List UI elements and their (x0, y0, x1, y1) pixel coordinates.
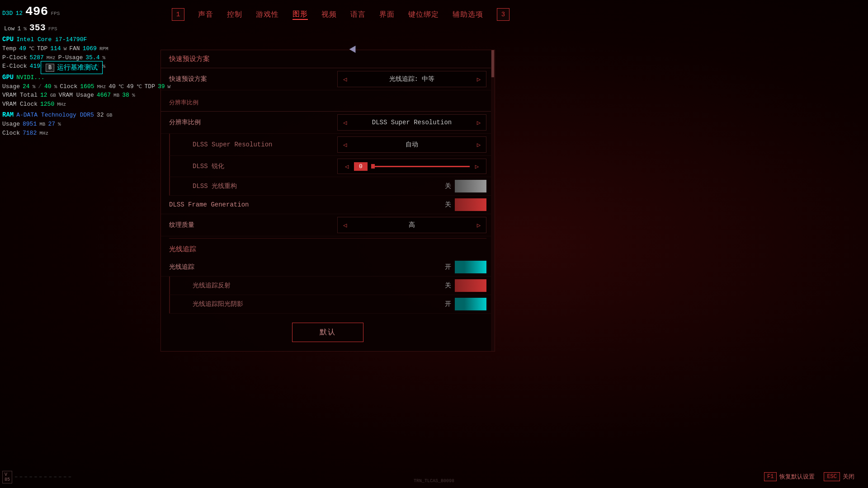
dlss-sharp-next[interactable]: ▷ (470, 159, 484, 174)
hud-fps-value: 496 (25, 2, 48, 21)
dlss-sr-label: DLSS Super Resolution (193, 141, 337, 148)
quick-preset-section-header: 快速预设方案 (161, 50, 495, 68)
hud-low-num: 1 (17, 24, 21, 33)
benchmark-label: 运行基准测试 (57, 63, 98, 72)
quick-preset-row: 快速预设方案 ◁ 光线追踪: 中等 ▷ (161, 68, 495, 90)
hud-gpu-name: NVIDI... (16, 73, 44, 82)
nav-btn-1[interactable]: 1 (172, 8, 184, 21)
resolution-label: 分辨率比例 (169, 118, 337, 127)
hud-low-fps-label: FPS (48, 25, 57, 33)
nav-item-sound[interactable]: 声音 (198, 10, 213, 19)
hud-pclock-label: P-Clock (2, 53, 27, 62)
hud-cpu-label: CPU (2, 35, 14, 44)
f1-key[interactable]: F1 (764, 472, 777, 481)
hud-temp-unit: ℃ (29, 45, 34, 53)
quick-preset-prev[interactable]: ◁ (338, 71, 352, 87)
dlss-sharp-prev[interactable]: ◁ (340, 159, 354, 174)
hud-ram-usage-pct: 27 (48, 120, 55, 129)
hud-vram-clock-val: 1250 (40, 100, 54, 109)
default-btn-container: 默认 (161, 323, 495, 342)
rt-reflect-row: 光线追踪反射 关 (169, 277, 495, 295)
rt-status: 开 (442, 263, 451, 271)
dlss-recon-status: 关 (442, 182, 451, 190)
version-text: V 85 (5, 472, 10, 482)
dlss-fg-toggle-group: 关 (442, 198, 486, 211)
panel-scrollbar[interactable] (491, 50, 495, 351)
dlss-sr-value: 自动 (352, 141, 472, 149)
quick-preset-next[interactable]: ▷ (472, 71, 486, 87)
hud-temp-label: Temp (2, 44, 16, 53)
dlss-sr-row: DLSS Super Resolution ◁ 自动 ▷ (169, 134, 495, 156)
hud-cpu-name: Intel Core i7-14790F (16, 35, 87, 44)
esc-key[interactable]: ESC (824, 472, 840, 481)
hud-ram-clock-val: 7182 (23, 129, 37, 138)
resolution-prev[interactable]: ◁ (338, 115, 352, 130)
hud-clock-val: 1605 (80, 82, 94, 91)
separator (169, 238, 486, 239)
hud-gpu-temp1: 40 (108, 82, 116, 91)
hud-usage-max: 40 (44, 82, 52, 91)
resolution-next[interactable]: ▷ (472, 115, 486, 130)
hud-d3d-num: 12 (15, 9, 23, 18)
dlss-fg-toggle[interactable] (455, 198, 486, 211)
f1-label: 恢复默认设置 (779, 473, 815, 481)
nav-item-keybind[interactable]: 键位绑定 (408, 10, 439, 19)
nav-item-control[interactable]: 控制 (227, 10, 242, 19)
rt-toggle[interactable] (455, 261, 486, 273)
rt-reflect-label: 光线追踪反射 (193, 282, 442, 290)
texture-control[interactable]: ◁ 高 ▷ (337, 217, 486, 233)
rt-reflect-toggle[interactable] (455, 279, 486, 292)
dlss-sharp-track (371, 166, 470, 167)
hud-vram-clock-label: VRAM Clock (2, 100, 38, 109)
texture-next[interactable]: ▷ (472, 217, 486, 233)
restore-default-action: F1 恢复默认设置 (764, 472, 815, 481)
rt-shadow-row: 光线追踪阳光阴影 开 (169, 295, 495, 314)
texture-label: 纹理质量 (169, 221, 337, 229)
rt-shadow-toggle[interactable] (455, 298, 486, 310)
quick-preset-control[interactable]: ◁ 光线追踪: 中等 ▷ (337, 71, 486, 87)
quick-preset-label: 快速预设方案 (169, 75, 337, 83)
dlss-sr-prev[interactable]: ◁ (338, 137, 352, 152)
hud-vram-total-unit: GB (50, 92, 56, 99)
nav-btn-3[interactable]: 3 (497, 8, 509, 21)
hud-ram-usage-val: 8951 (23, 120, 37, 129)
hud-gpu-tdp-label: TDP (145, 82, 155, 91)
nav-item-accessibility[interactable]: 辅助选项 (453, 10, 483, 19)
nav-item-ui[interactable]: 界面 (379, 10, 395, 19)
top-nav: 1 声音 控制 游戏性 图形 视频 语言 界面 键位绑定 辅助选项 3 (172, 8, 850, 21)
nav-item-video[interactable]: 视频 (321, 10, 337, 19)
hud-fan-label: FAN (69, 44, 80, 53)
bottom-bar: F1 恢复默认设置 ESC 关闭 (764, 472, 854, 481)
hud-ram-clock-label: Clock (2, 129, 20, 138)
panel-scrollbar-thumb (491, 50, 494, 77)
version-bar: — — — — — — — — — — — — (15, 475, 71, 479)
benchmark-btn[interactable]: B (46, 64, 54, 72)
hud-gpu-temp2: 49 (127, 82, 134, 91)
resolution-section-header: 分辨率比例 (161, 94, 495, 112)
resolution-control[interactable]: ◁ DLSS Super Resolution ▷ (337, 114, 486, 131)
dlss-fg-row: DLSS Frame Generation 关 (161, 196, 495, 214)
nav-item-graphics[interactable]: 图形 (292, 9, 308, 20)
resolution-value: DLSS Super Resolution (352, 119, 472, 126)
dlss-sr-control[interactable]: ◁ 自动 ▷ (337, 136, 486, 153)
dlss-sharp-control[interactable]: ◁ 0 ▷ (337, 159, 486, 174)
default-button[interactable]: 默认 (292, 323, 363, 342)
hud-pusage-unit: % (102, 54, 105, 62)
hud-ram-unit: GB (106, 112, 112, 119)
hud-ram-size: 32 (97, 111, 104, 120)
hud-fan-val: 1069 (83, 44, 97, 53)
hud-eusage-unit: % (102, 63, 105, 70)
dlss-sr-next[interactable]: ▷ (472, 137, 486, 152)
hud-tdp-unit: W (64, 45, 67, 53)
dlss-sharp-label: DLSS 锐化 (193, 162, 337, 170)
texture-prev[interactable]: ◁ (338, 217, 352, 233)
hud-low-fps: 353 (29, 21, 46, 35)
nav-item-language[interactable]: 语言 (350, 10, 366, 19)
nav-item-gameplay[interactable]: 游戏性 (256, 10, 279, 19)
hud-ram-usage-label: Usage (2, 120, 20, 129)
hud-ram-name: A-DATA Technology DDR5 (16, 111, 94, 120)
dlss-recon-toggle[interactable] (455, 180, 486, 192)
hud-tdp-val: 114 (50, 44, 61, 53)
rt-reflect-toggle-group: 关 (442, 279, 486, 292)
hud-temp-val: 49 (19, 44, 26, 53)
